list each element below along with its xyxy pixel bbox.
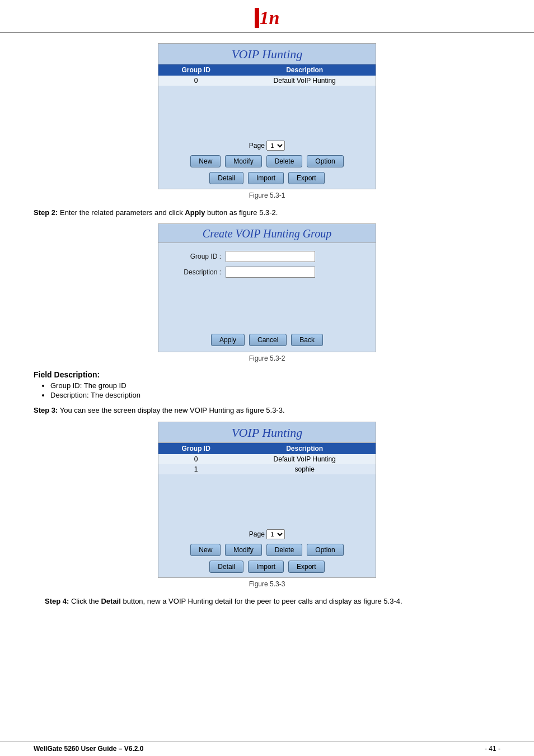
step-2-text: Step 2: Enter the related parameters and… <box>34 207 500 218</box>
table-cell: 0 <box>158 76 233 86</box>
back-button[interactable]: Back <box>291 334 323 346</box>
detail-button-1[interactable]: Detail <box>209 172 243 184</box>
figure-1-caption: Figure 5.3-1 <box>249 192 285 199</box>
field-desc-list: Group ID: The group ID Description: The … <box>50 381 500 399</box>
figure-3-wrapper: VOIP Hunting Group ID Description 0Defau… <box>34 422 500 588</box>
create-voip-form: Group ID : Description : <box>158 243 376 332</box>
table-cell: Default VoIP Hunting <box>233 454 376 464</box>
step-4-label: Step 4: <box>45 597 69 605</box>
field-desc-item-2: Description: The description <box>50 391 500 399</box>
field-description: Field Description: Group ID: The group I… <box>34 370 500 399</box>
btn-row-1b: Detail Import Export <box>158 170 376 189</box>
figure-2-wrapper: Create VOIP Hunting Group Group ID : Des… <box>34 223 500 362</box>
create-voip-title: Create VOIP Hunting Group <box>158 224 376 243</box>
page-footer: WellGate 5260 User Guide – V6.2.0 - 41 - <box>0 741 534 756</box>
export-button-1[interactable]: Export <box>288 172 325 184</box>
table-row: 1sophie <box>158 464 376 474</box>
page-header: 1n <box>0 0 534 33</box>
voip-hunting-box-3: VOIP Hunting Group ID Description 0Defau… <box>158 422 376 578</box>
detail-button-3[interactable]: Detail <box>209 561 243 573</box>
step-4-text: Step 4: Click the Detail button, new a V… <box>45 596 500 607</box>
voip-hunting-box-1: VOIP Hunting Group ID Description 0Defau… <box>158 43 376 189</box>
group-id-row: Group ID : <box>170 251 364 262</box>
main-content: VOIP Hunting Group ID Description 0Defau… <box>0 43 534 607</box>
import-button-3[interactable]: Import <box>248 561 284 573</box>
delete-button-1[interactable]: Delete <box>266 155 303 167</box>
apply-button[interactable]: Apply <box>211 334 245 346</box>
voip-table-1: Group ID Description 0Default VoIP Hunti… <box>158 64 376 86</box>
figure-2-caption: Figure 5.3-2 <box>249 354 285 362</box>
logo: 1n <box>255 6 280 29</box>
new-button-1[interactable]: New <box>190 155 221 167</box>
figure-3-caption: Figure 5.3-3 <box>249 580 285 588</box>
table-cell: sophie <box>233 464 376 474</box>
btn-row-3b: Detail Import Export <box>158 558 376 577</box>
btn-row-2: Apply Cancel Back <box>158 332 376 352</box>
page-selector-1: Page 1 <box>158 136 376 153</box>
voip-table-3: Group ID Description 0Default VoIP Hunti… <box>158 443 376 474</box>
col-header-group-id: Group ID <box>158 64 233 76</box>
table-cell: 1 <box>158 464 233 474</box>
option-button-1[interactable]: Option <box>307 155 343 167</box>
new-button-3[interactable]: New <box>190 544 221 556</box>
option-button-3[interactable]: Option <box>307 544 343 556</box>
col-header-description-3: Description <box>233 443 376 454</box>
export-button-3[interactable]: Export <box>288 561 325 573</box>
field-desc-title: Field Description: <box>34 370 100 379</box>
page-select-1[interactable]: 1 <box>266 141 285 151</box>
create-voip-box: Create VOIP Hunting Group Group ID : Des… <box>158 223 376 352</box>
step-3-label: Step 3: <box>34 406 58 414</box>
import-button-1[interactable]: Import <box>248 172 284 184</box>
delete-button-3[interactable]: Delete <box>266 544 303 556</box>
col-header-description: Description <box>233 64 376 76</box>
figure-1-wrapper: VOIP Hunting Group ID Description 0Defau… <box>34 43 500 199</box>
table-cell: 0 <box>158 454 233 464</box>
table-cell: Default VoIP Hunting <box>233 76 376 86</box>
footer-page-number: - 41 - <box>485 745 500 753</box>
voip-title-1: VOIP Hunting <box>158 44 376 64</box>
field-desc-item-1: Group ID: The group ID <box>50 381 500 390</box>
table-row: 0Default VoIP Hunting <box>158 76 376 86</box>
group-id-label: Group ID : <box>170 253 226 260</box>
footer-title: WellGate 5260 User Guide – V6.2.0 <box>34 745 144 753</box>
btn-row-1a: New Modify Delete Option <box>158 153 376 170</box>
step-2-label: Step 2: <box>34 208 58 217</box>
page-selector-3: Page 1 <box>158 525 376 542</box>
description-input[interactable] <box>226 267 315 278</box>
col-header-group-id-3: Group ID <box>158 443 233 454</box>
table-row: 0Default VoIP Hunting <box>158 454 376 464</box>
step-3-text: Step 3: You can see the screen display t… <box>34 405 500 416</box>
btn-row-3a: New Modify Delete Option <box>158 542 376 558</box>
cancel-button[interactable]: Cancel <box>249 334 287 346</box>
voip-title-3: VOIP Hunting <box>158 422 376 443</box>
description-label: Description : <box>170 268 226 276</box>
modify-button-1[interactable]: Modify <box>225 155 261 167</box>
group-id-input[interactable] <box>226 251 315 262</box>
modify-button-3[interactable]: Modify <box>225 544 261 556</box>
page-select-3[interactable]: 1 <box>266 529 285 539</box>
description-row: Description : <box>170 267 364 278</box>
